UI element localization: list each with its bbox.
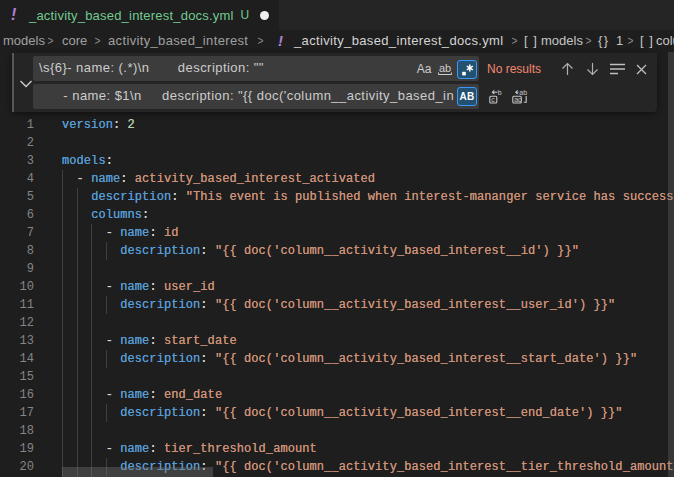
svg-text:b: b [498,89,502,96]
svg-text:Aa: Aa [417,62,432,76]
svg-text:ac: ac [514,96,522,103]
svg-text:ab: ab [439,62,451,74]
svg-text:ab: ab [519,89,527,96]
svg-text:c: c [491,96,495,103]
